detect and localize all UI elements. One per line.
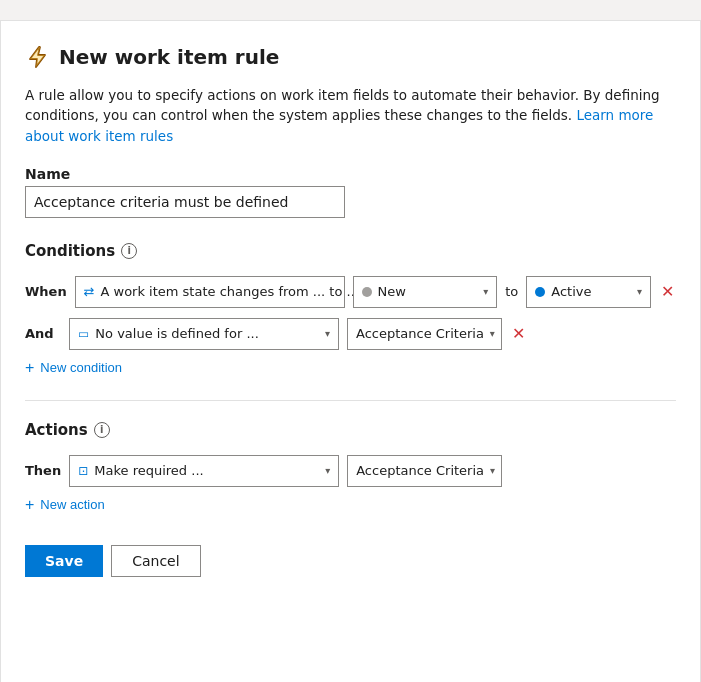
- when-to-dropdown-text: Active: [551, 284, 591, 299]
- conditions-info-icon[interactable]: i: [121, 243, 137, 259]
- new-action-label: New action: [40, 497, 104, 512]
- save-button[interactable]: Save: [25, 545, 103, 577]
- then-main-dropdown[interactable]: ⊡ Make required ... ▾: [69, 455, 339, 487]
- lightning-icon: [25, 45, 49, 69]
- then-field-chevron-icon: ▾: [490, 465, 495, 476]
- from-state-dot: [362, 287, 372, 297]
- actions-info-icon[interactable]: i: [94, 422, 110, 438]
- when-to-chevron-icon: ▾: [637, 286, 642, 297]
- divider: [25, 400, 676, 401]
- and-field-dropdown-text: Acceptance Criteria: [356, 326, 484, 341]
- to-state-dot: [535, 287, 545, 297]
- page-title: New work item rule: [59, 45, 279, 69]
- and-remove-button[interactable]: ✕: [510, 322, 527, 345]
- actions-title: Actions: [25, 421, 88, 439]
- when-label: When: [25, 284, 67, 299]
- and-main-dropdown[interactable]: ▭ No value is defined for ... ▾: [69, 318, 339, 350]
- name-label-row: Name: [25, 166, 676, 218]
- then-main-chevron-icon: ▾: [325, 465, 330, 476]
- and-main-dropdown-text: No value is defined for ...: [95, 326, 258, 341]
- and-field-dropdown[interactable]: Acceptance Criteria ▾: [347, 318, 502, 350]
- and-row: And ▭ No value is defined for ... ▾ Acce…: [25, 318, 676, 350]
- arrows-icon: ⇄: [84, 284, 95, 299]
- when-to-dropdown[interactable]: Active ▾: [526, 276, 651, 308]
- and-label: And: [25, 326, 61, 341]
- when-row: When ⇄ A work item state changes from ..…: [25, 276, 676, 308]
- rect-icon: ▭: [78, 327, 89, 341]
- conditions-header: Conditions i: [25, 242, 676, 260]
- conditions-title: Conditions: [25, 242, 115, 260]
- then-field-dropdown[interactable]: Acceptance Criteria ▾: [347, 455, 502, 487]
- new-action-button[interactable]: + New action: [25, 497, 105, 513]
- name-input[interactable]: [25, 186, 345, 218]
- new-condition-button[interactable]: + New condition: [25, 360, 122, 376]
- actions-header: Actions i: [25, 421, 676, 439]
- when-main-dropdown[interactable]: ⇄ A work item state changes from ... to …: [75, 276, 345, 308]
- then-label: Then: [25, 463, 61, 478]
- make-required-icon: ⊡: [78, 464, 88, 478]
- cancel-button[interactable]: Cancel: [111, 545, 200, 577]
- when-main-dropdown-text: A work item state changes from ... to ..…: [100, 284, 358, 299]
- name-label: Name: [25, 166, 676, 182]
- panel: New work item rule A rule allow you to s…: [0, 20, 701, 682]
- to-label: to: [505, 284, 518, 299]
- when-remove-button[interactable]: ✕: [659, 280, 676, 303]
- and-field-chevron-icon: ▾: [490, 328, 495, 339]
- panel-header: New work item rule: [25, 45, 676, 69]
- when-from-dropdown-text: New: [378, 284, 406, 299]
- new-condition-label: New condition: [40, 360, 122, 375]
- footer-row: Save Cancel: [25, 545, 676, 577]
- and-main-chevron-icon: ▾: [325, 328, 330, 339]
- new-condition-plus-icon: +: [25, 360, 34, 376]
- when-from-chevron-icon: ▾: [483, 286, 488, 297]
- conditions-section: Conditions i When ⇄ A work item state ch…: [25, 242, 676, 376]
- then-row: Then ⊡ Make required ... ▾ Acceptance Cr…: [25, 455, 676, 487]
- description-text: A rule allow you to specify actions on w…: [25, 85, 676, 146]
- new-action-plus-icon: +: [25, 497, 34, 513]
- then-field-dropdown-text: Acceptance Criteria: [356, 463, 484, 478]
- name-section: Name: [25, 166, 676, 218]
- actions-section: Actions i Then ⊡ Make required ... ▾ Acc…: [25, 421, 676, 513]
- when-from-dropdown[interactable]: New ▾: [353, 276, 498, 308]
- then-main-dropdown-text: Make required ...: [94, 463, 203, 478]
